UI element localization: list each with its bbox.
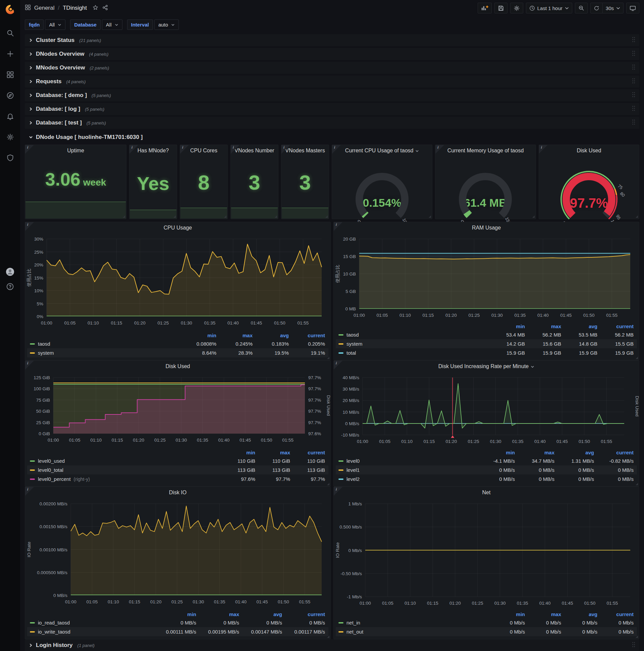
row-mnodes-overview[interactable]: MNodes Overview(2 panels) — [25, 62, 639, 74]
legend-stat-header[interactable]: min — [153, 611, 196, 617]
panel-header-disk-rate[interactable]: Disk Used Increasing Rate per Minute — [334, 361, 639, 372]
panel-header-gauge-current-memory-usage-of-taosd[interactable]: Current Memory Usage of taosd — [436, 145, 535, 156]
time-range-picker[interactable]: Last 1 hour — [526, 3, 572, 13]
legend-series-system[interactable]: system — [30, 350, 180, 356]
refresh-button[interactable] — [590, 3, 603, 13]
row-requests[interactable]: Requests(4 panels) — [25, 75, 639, 88]
legend-stat-header[interactable]: min — [489, 611, 525, 617]
legend-series-taosd[interactable]: taosd — [339, 332, 489, 338]
panel-header-cpu-usage[interactable]: CPU Usage — [25, 222, 330, 234]
legend-series-level0_percent[interactable]: level0_percent(right-y) — [30, 476, 220, 482]
sidebar-settings-icon[interactable] — [3, 129, 18, 144]
row-dnodes-overview[interactable]: DNodes Overview(4 panels) — [25, 48, 639, 60]
legend-series-level0[interactable]: level0 — [339, 458, 475, 464]
breadcrumb-folder[interactable]: General — [34, 5, 54, 11]
row-drag-handle[interactable] — [632, 51, 635, 57]
variable-value-Database[interactable]: All — [102, 20, 122, 30]
sidebar-alerting-icon[interactable] — [3, 109, 18, 123]
legend-stat-header[interactable]: max — [255, 450, 290, 455]
dashboard-grid-icon[interactable] — [25, 4, 31, 12]
legend-stat-header[interactable]: current — [290, 450, 325, 455]
row-title: Database: [ log ] — [36, 106, 80, 113]
dashboard-settings-button[interactable] — [510, 3, 523, 13]
legend-stat-header[interactable]: avg — [561, 323, 598, 329]
share-icon[interactable] — [102, 4, 108, 12]
panel-header-stat-vnodes-number[interactable]: VNodes Number — [231, 145, 278, 156]
svg-text:15 GB: 15 GB — [343, 254, 356, 259]
star-icon[interactable] — [92, 4, 99, 12]
legend-stat-header[interactable]: current — [598, 611, 634, 617]
legend-series-taosd[interactable]: taosd — [30, 341, 180, 347]
legend-stat-header[interactable]: avg — [561, 611, 598, 617]
legend-stat-header[interactable]: current — [598, 323, 634, 329]
row-drag-handle[interactable] — [632, 64, 635, 71]
legend-series-level0_total[interactable]: level0_total — [30, 467, 220, 473]
panel-header-stat-vnodes-masters[interactable]: VNodes Masters — [282, 145, 329, 156]
panel-header-net[interactable]: Net — [334, 487, 639, 498]
row-database-demo-[interactable]: Database: [ demo ](5 panels) — [25, 89, 639, 101]
legend-series-io_read_taosd[interactable]: io_read_taosd — [30, 620, 153, 625]
legend-stat-header[interactable]: max — [525, 611, 561, 617]
row-drag-handle[interactable] — [632, 92, 635, 99]
panel-header-disk-io[interactable]: Disk IO — [25, 487, 330, 498]
legend-stat-header[interactable]: current — [289, 333, 325, 338]
panel-header-stat-uptime[interactable]: Uptime — [25, 145, 126, 156]
legend-stat-header[interactable]: current — [282, 611, 325, 617]
breadcrumb-dashboard-title[interactable]: TDinsight — [63, 5, 87, 11]
grafana-logo-icon[interactable] — [3, 3, 17, 16]
row-dnode-usage-huolinhe-tm1701-6030-[interactable]: DNode Usage [ huolinhe-TM1701:6030 ] — [25, 130, 639, 144]
help-icon[interactable] — [3, 279, 18, 294]
variable-fqdn[interactable]: fqdnAll — [25, 20, 65, 30]
panel-header-stat-cpu-cores[interactable]: CPU Cores — [180, 145, 227, 156]
legend-series-total[interactable]: total — [339, 350, 489, 356]
legend-stat-header[interactable]: max — [216, 333, 253, 338]
refresh-interval-dropdown[interactable]: 30s — [603, 3, 623, 13]
row-drag-handle[interactable] — [632, 120, 635, 126]
row-drag-handle[interactable] — [632, 78, 635, 85]
panel-header-stat-has-mnode-[interactable]: Has MNode? — [129, 145, 177, 156]
user-avatar[interactable] — [3, 265, 18, 279]
panel-header-gauge-disk-used[interactable]: Disk Used — [539, 145, 639, 156]
variable-Interval[interactable]: Intervalauto — [127, 20, 179, 30]
legend-series-system[interactable]: system — [339, 341, 489, 347]
legend-series-level0_used[interactable]: level0_used — [30, 458, 220, 464]
panel-header-gauge-current-cpu-usage-of-taosd[interactable]: Current CPU Usage of taosd — [332, 145, 432, 156]
legend-stat-header[interactable]: max — [515, 450, 554, 455]
legend-series-net_out[interactable]: net_out — [339, 629, 489, 634]
row-drag-handle[interactable] — [632, 106, 635, 113]
row-drag-handle[interactable] — [632, 37, 635, 43]
sidebar-shield-icon[interactable] — [3, 150, 18, 165]
variable-value-fqdn[interactable]: All — [45, 20, 65, 30]
panel-header-disk-used[interactable]: Disk Used — [25, 361, 330, 372]
row-database-log-[interactable]: Database: [ log ](5 panels) — [25, 103, 639, 115]
legend-stat-header[interactable]: min — [489, 323, 525, 329]
add-panel-button[interactable] — [478, 3, 492, 13]
sidebar-search-icon[interactable] — [3, 26, 18, 40]
sidebar-plus-icon[interactable] — [3, 46, 18, 61]
legend-stat-header[interactable]: avg — [554, 450, 594, 455]
row-cluster-status[interactable]: Cluster Status(21 panels) — [25, 34, 639, 46]
sidebar-dashboards-icon[interactable] — [3, 67, 18, 82]
legend-series-level2[interactable]: level2 — [339, 476, 475, 482]
legend-stat-header[interactable]: max — [196, 611, 239, 617]
legend-stat-header[interactable]: min — [475, 450, 515, 455]
legend-stat-header[interactable]: max — [525, 323, 561, 329]
row-login-history[interactable]: Login History(1 panel) — [25, 639, 639, 651]
cycle-view-mode-button[interactable] — [626, 3, 639, 13]
legend-stat-header[interactable]: avg — [253, 333, 289, 338]
legend-stat-header[interactable]: min — [180, 333, 216, 338]
legend-series-level1[interactable]: level1 — [339, 467, 475, 473]
legend-series-io_write_taosd[interactable]: io_write_taosd — [30, 629, 153, 634]
legend-stat-header[interactable]: avg — [239, 611, 282, 617]
sidebar-explore-icon[interactable] — [3, 88, 18, 103]
save-dashboard-button[interactable] — [494, 3, 508, 13]
legend-stat-header[interactable]: min — [220, 450, 255, 455]
legend-stat-header[interactable]: current — [594, 450, 634, 455]
zoom-out-time-button[interactable] — [575, 3, 588, 13]
legend-series-net_in[interactable]: net_in — [339, 620, 489, 625]
panel-header-ram-usage[interactable]: RAM Usage — [334, 222, 639, 234]
variable-value-Interval[interactable]: auto — [154, 20, 179, 30]
variable-Database[interactable]: DatabaseAll — [70, 20, 122, 30]
row-database-test-[interactable]: Database: [ test ](5 panels) — [25, 117, 639, 129]
row-drag-handle[interactable] — [632, 642, 635, 649]
